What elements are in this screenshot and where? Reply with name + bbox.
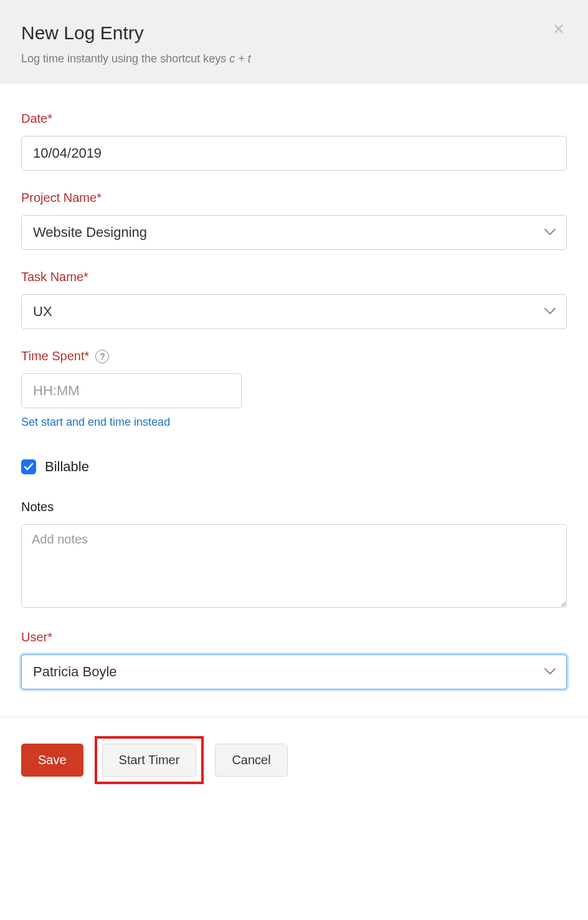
project-group: Project Name* Website Designing: [21, 191, 567, 250]
dialog-subtitle: Log time instantly using the shortcut ke…: [21, 52, 567, 65]
project-select[interactable]: Website Designing: [21, 215, 567, 250]
time-spent-input[interactable]: [21, 373, 242, 408]
notes-textarea[interactable]: [21, 524, 567, 608]
user-group: User* Patricia Boyle: [21, 630, 567, 689]
start-timer-button[interactable]: Start Timer: [102, 744, 197, 777]
time-spent-label: Time Spent*: [21, 349, 89, 363]
billable-row: Billable: [21, 459, 567, 475]
help-icon[interactable]: ?: [95, 350, 109, 363]
notes-label: Notes: [21, 500, 567, 514]
date-input[interactable]: [21, 136, 567, 171]
dialog-title: New Log Entry: [21, 22, 567, 44]
dialog-header: New Log Entry Log time instantly using t…: [0, 0, 588, 84]
form-body: Date* Project Name* Website Designing Ta…: [0, 84, 588, 689]
check-icon: [24, 462, 34, 471]
date-label: Date*: [21, 112, 567, 126]
task-select-wrapper: UX: [21, 294, 567, 329]
user-label: User*: [21, 630, 567, 644]
project-select-wrapper: Website Designing: [21, 215, 567, 250]
shortcut-hint: c + t: [229, 52, 251, 65]
date-group: Date*: [21, 112, 567, 171]
project-label: Project Name*: [21, 191, 567, 205]
cancel-button[interactable]: Cancel: [215, 744, 287, 777]
set-start-end-time-link[interactable]: Set start and end time instead: [21, 416, 170, 429]
task-label: Task Name*: [21, 270, 567, 284]
close-icon: ✕: [552, 21, 565, 37]
start-timer-highlight: Start Timer: [95, 736, 204, 784]
notes-group: Notes: [21, 500, 567, 610]
save-button[interactable]: Save: [21, 744, 83, 777]
task-select[interactable]: UX: [21, 294, 567, 329]
dialog-footer: Save Start Timer Cancel: [0, 717, 588, 803]
user-select-wrapper: Patricia Boyle: [21, 654, 567, 689]
billable-checkbox[interactable]: [21, 459, 36, 474]
task-group: Task Name* UX: [21, 270, 567, 329]
time-spent-group: Time Spent* ? Set start and end time ins…: [21, 349, 567, 429]
user-select[interactable]: Patricia Boyle: [21, 654, 567, 689]
close-button[interactable]: ✕: [549, 20, 568, 39]
billable-label: Billable: [45, 459, 89, 475]
